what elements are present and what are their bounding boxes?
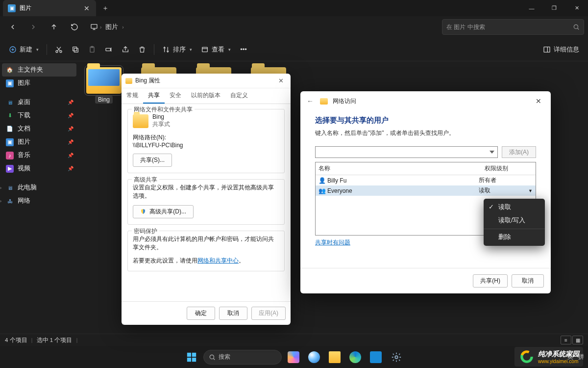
share-button[interactable] xyxy=(118,41,133,58)
tab-pictures[interactable]: ▣ 图片 ✕ xyxy=(3,0,96,16)
forward-button[interactable] xyxy=(24,18,42,36)
view-icons-button[interactable]: ▦ xyxy=(572,336,583,344)
home-icon: 🏠 xyxy=(6,66,14,74)
sidebar-item-home[interactable]: 🏠主文件夹 xyxy=(2,63,76,77)
sidebar-item-thispc[interactable]: ›🖥此电脑 xyxy=(2,181,76,194)
col-permission[interactable]: 权限级别 xyxy=(482,162,536,175)
cancel-button[interactable]: 取消 xyxy=(512,274,544,288)
status-bar: 4 个项目 | 选中 1 个项目 | ≡ ▦ xyxy=(0,334,588,346)
group-advanced-share: 高级共享 设置自定义权限，创建多个共享，并设置其他高级共享选项。 高级共享(D)… xyxy=(127,179,285,225)
folder-label: Bing xyxy=(95,96,113,104)
folder-bing[interactable]: Bing xyxy=(82,67,125,104)
document-icon: 📄 xyxy=(6,125,14,133)
chevron-right-icon[interactable]: › xyxy=(0,199,5,204)
network-center-link[interactable]: 网络和共享中心 xyxy=(197,257,239,264)
tab-previous-versions[interactable]: 以前的版本 xyxy=(186,88,225,104)
share-button[interactable]: 共享(S)... xyxy=(133,154,172,167)
ok-button[interactable]: 确定 xyxy=(187,307,215,320)
properties-titlebar[interactable]: Bing 属性 ✕ xyxy=(122,74,291,88)
new-tab-button[interactable]: ＋ xyxy=(98,1,113,15)
breadcrumb-pictures[interactable]: 图片 xyxy=(103,21,120,33)
properties-dialog: Bing 属性 ✕ 常规 共享 安全 以前的版本 自定义 网络文件和文件夹共享 … xyxy=(122,74,291,325)
up-button[interactable] xyxy=(45,18,63,36)
sidebar-item-videos[interactable]: ▶视频📌 xyxy=(2,162,76,175)
details-pane-button[interactable]: 详细信息 xyxy=(539,41,583,58)
list-item[interactable]: 👤Billy Fu 所有者 xyxy=(316,175,536,185)
tab-close-icon[interactable]: ✕ xyxy=(82,4,91,12)
gear-icon xyxy=(391,352,402,363)
svg-rect-10 xyxy=(202,47,208,52)
col-name[interactable]: 名称 xyxy=(316,162,482,175)
copy-button[interactable] xyxy=(68,41,83,58)
taskview-button[interactable] xyxy=(285,348,302,366)
tab-sharing[interactable]: 共享 xyxy=(143,88,165,104)
group-icon: 👥 xyxy=(318,187,325,194)
close-button[interactable]: ✕ xyxy=(275,77,287,84)
share-confirm-button[interactable]: 共享(H) xyxy=(473,274,508,288)
cancel-button[interactable]: 取消 xyxy=(219,307,247,320)
apply-button[interactable]: 应用(A) xyxy=(251,307,286,320)
taskbar-edge[interactable] xyxy=(346,348,364,366)
delete-button[interactable] xyxy=(134,41,150,58)
sidebar-item-downloads[interactable]: ⬇下载📌 xyxy=(2,109,76,122)
sidebar-item-network[interactable]: ›🖧网络 xyxy=(2,194,76,208)
taskbar-search[interactable]: 搜索 xyxy=(203,350,282,365)
back-button[interactable]: ← xyxy=(305,97,315,105)
tab-customize[interactable]: 自定义 xyxy=(225,88,253,104)
sidebar-item-label: 下载 xyxy=(18,111,30,120)
share-folder-name: Bing xyxy=(152,113,170,120)
menu-item-readwrite[interactable]: 读取/写入 xyxy=(484,214,545,227)
separator xyxy=(47,44,47,55)
close-button[interactable]: ✕ xyxy=(565,0,588,16)
chevron-down-icon[interactable]: ▼ xyxy=(528,188,533,193)
taskbar-store[interactable] xyxy=(367,348,385,366)
view-details-button[interactable]: ≡ xyxy=(561,336,571,344)
taskbar-explorer[interactable] xyxy=(326,348,343,366)
pictures-tab-icon: ▣ xyxy=(8,4,16,12)
search-icon xyxy=(573,24,580,30)
adv-description: 设置自定义权限，创建多个共享，并设置其他高级共享选项。 xyxy=(133,184,279,200)
menu-item-remove[interactable]: 删除 xyxy=(484,231,545,244)
sidebar-item-label: 主文件夹 xyxy=(18,66,43,74)
sort-button[interactable]: 排序 ▾ xyxy=(158,41,196,58)
sidebar-item-music[interactable]: ♪音乐📌 xyxy=(2,149,76,162)
new-button[interactable]: 新建 ▾ xyxy=(5,41,43,58)
sidebar-item-gallery[interactable]: ▣图库 xyxy=(2,77,76,90)
tab-general[interactable]: 常规 xyxy=(122,88,143,104)
menu-label: 读取 xyxy=(498,204,511,210)
sidebar-item-pictures[interactable]: ▣图片📌 xyxy=(2,135,76,149)
svg-point-17 xyxy=(395,356,398,359)
pin-icon: 📌 xyxy=(68,100,74,105)
user-name: Billy Fu xyxy=(327,177,346,184)
search-input[interactable]: 在 图片 中搜索 xyxy=(442,19,584,35)
menu-item-read[interactable]: ✓读取 xyxy=(484,201,545,214)
tab-security[interactable]: 安全 xyxy=(165,88,186,104)
svg-rect-15 xyxy=(192,357,196,361)
advanced-share-button[interactable]: 高级共享(D)... xyxy=(133,205,194,218)
maximize-button[interactable]: ❐ xyxy=(543,0,565,16)
view-button[interactable]: 查看 ▾ xyxy=(197,41,235,58)
network-access-header[interactable]: ← 网络访问 ✕ xyxy=(300,91,551,111)
chevron-right-icon[interactable]: › xyxy=(0,185,5,190)
more-button[interactable]: ••• xyxy=(236,41,251,58)
address-bar[interactable]: › 图片 › xyxy=(90,21,124,33)
sidebar-item-desktop[interactable]: 🖥桌面📌 xyxy=(2,96,76,109)
user-combobox[interactable] xyxy=(315,146,498,158)
start-button[interactable] xyxy=(183,348,200,366)
chevron-down-icon: ▾ xyxy=(190,47,192,52)
minimize-button[interactable]: — xyxy=(520,0,543,16)
list-item[interactable]: 👥Everyone 读取 ▼ xyxy=(316,185,536,196)
rename-button[interactable] xyxy=(101,41,117,58)
paste-button[interactable] xyxy=(84,41,100,58)
sidebar: 🏠主文件夹 ▣图库 🖥桌面📌 ⬇下载📌 📄文档📌 ▣图片📌 ♪音乐📌 ▶视频📌 … xyxy=(0,61,78,334)
sidebar-item-documents[interactable]: 📄文档📌 xyxy=(2,122,76,135)
search-placeholder: 在 图片 中搜索 xyxy=(446,23,573,31)
taskbar-settings[interactable] xyxy=(388,348,405,366)
check-icon: ✓ xyxy=(489,203,494,210)
taskbar-app[interactable] xyxy=(305,348,323,366)
back-button[interactable] xyxy=(4,18,22,36)
add-button[interactable]: 添加(A) xyxy=(502,146,536,158)
cut-button[interactable] xyxy=(51,41,67,58)
refresh-button[interactable] xyxy=(66,18,83,36)
close-button[interactable]: ✕ xyxy=(531,97,546,105)
